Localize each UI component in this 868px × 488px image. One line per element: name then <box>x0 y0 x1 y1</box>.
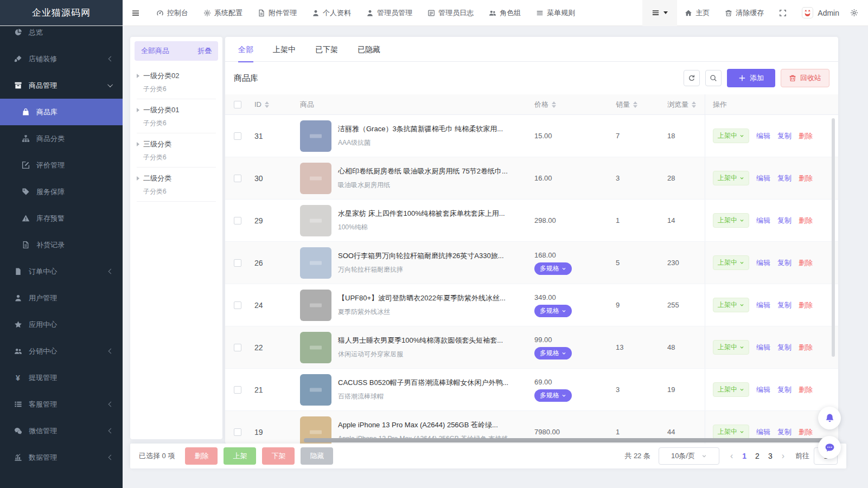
page-number-1[interactable]: 1 <box>738 452 751 460</box>
category-item[interactable]: 一级分类01 子分类6 <box>137 99 216 133</box>
collapse-button[interactable]: 折叠 <box>197 46 212 56</box>
row-checkbox[interactable] <box>234 344 241 351</box>
topnav-item-role-group[interactable]: 角色组 <box>481 0 528 26</box>
search-button[interactable] <box>705 70 722 86</box>
product-thumbnail[interactable] <box>300 247 331 279</box>
clear-cache-button[interactable]: 清除缓存 <box>717 0 771 26</box>
tab-hidden[interactable]: 已隐藏 <box>358 37 380 62</box>
edit-link[interactable]: 编辑 <box>756 258 770 268</box>
category-item[interactable]: 一级分类02 子分类6 <box>137 65 216 99</box>
sidebar-item-distribution-center[interactable]: 分销中心 <box>0 338 123 364</box>
row-checkbox[interactable] <box>234 301 241 309</box>
multi-spec-dropdown[interactable]: 多规格 <box>534 389 572 402</box>
edit-link[interactable]: 编辑 <box>756 385 770 395</box>
sidebar-item-order-center[interactable]: 订单中心 <box>0 258 123 285</box>
copy-link[interactable]: 复制 <box>777 258 792 268</box>
sidebar-item-shop-decoration[interactable]: 店铺装修 <box>0 46 123 72</box>
sidebar-item-stock-warning[interactable]: 库存预警 <box>0 205 123 232</box>
sidebar-item-wechat-management[interactable]: 微信管理 <box>0 418 123 444</box>
tab-all[interactable]: 全部 <box>238 37 253 62</box>
product-thumbnail[interactable] <box>300 374 331 406</box>
product-thumbnail[interactable] <box>300 120 331 152</box>
sidebar-item-user-management[interactable]: 用户管理 <box>0 285 123 311</box>
fullscreen-button[interactable] <box>771 0 794 26</box>
delete-link[interactable]: 删除 <box>799 216 813 226</box>
edit-link[interactable]: 编辑 <box>756 343 770 352</box>
product-thumbnail[interactable] <box>300 163 331 194</box>
delete-link[interactable]: 删除 <box>799 385 813 395</box>
copy-link[interactable]: 复制 <box>777 427 792 437</box>
page-number-2[interactable]: 2 <box>751 452 764 460</box>
refresh-button[interactable] <box>684 70 700 86</box>
sidebar-item-review-management[interactable]: 评价管理 <box>0 152 123 178</box>
copy-link[interactable]: 复制 <box>777 300 792 310</box>
sort-icon[interactable] <box>265 101 269 108</box>
recycle-bin-button[interactable]: 回收站 <box>781 69 829 87</box>
notifications-fab[interactable] <box>818 407 841 429</box>
copy-link[interactable]: 复制 <box>777 174 792 183</box>
topnav-item-attachments[interactable]: 附件管理 <box>250 0 304 26</box>
select-all-checkbox[interactable] <box>234 101 241 108</box>
sidebar-item-service-guarantee[interactable]: 服务保障 <box>0 178 123 205</box>
product-thumbnail[interactable] <box>300 205 331 236</box>
add-button[interactable]: 添加 <box>727 69 775 87</box>
batch-off-sale-button[interactable]: 下架 <box>262 447 295 465</box>
header-price[interactable]: 价格 <box>530 94 611 114</box>
sidebar-item-data-management[interactable]: 数据管理 <box>0 444 123 471</box>
multi-spec-dropdown[interactable]: 多规格 <box>534 347 572 359</box>
batch-hide-button[interactable]: 隐藏 <box>301 447 333 465</box>
status-dropdown[interactable]: 上架中 <box>713 425 749 439</box>
sidebar-toggle-icon[interactable] <box>123 9 149 17</box>
copy-link[interactable]: 复制 <box>777 343 792 352</box>
category-item[interactable]: 二级分类 子分类6 <box>137 168 216 202</box>
page-number-3[interactable]: 3 <box>764 452 777 460</box>
topnav-item-console[interactable]: 控制台 <box>149 0 196 26</box>
tab-on-sale[interactable]: 上架中 <box>273 37 296 62</box>
row-checkbox[interactable] <box>234 217 241 224</box>
row-checkbox[interactable] <box>234 175 241 182</box>
header-id[interactable]: ID <box>250 94 296 114</box>
header-sales[interactable]: 销量 <box>611 94 663 114</box>
status-dropdown[interactable]: 上架中 <box>713 340 749 355</box>
sidebar-item-restock-records[interactable]: 补货记录 <box>0 232 123 258</box>
topnav-item-system-config[interactable]: 系统配置 <box>196 0 250 26</box>
nav-more-dropdown[interactable] <box>642 0 677 26</box>
page-size-select[interactable]: 10条/页 <box>659 447 719 465</box>
product-thumbnail[interactable] <box>300 290 331 321</box>
sort-icon[interactable] <box>633 101 637 108</box>
multi-spec-dropdown[interactable]: 多规格 <box>534 305 572 317</box>
chat-fab[interactable] <box>818 436 841 459</box>
status-dropdown[interactable]: 上架中 <box>713 213 749 228</box>
sidebar-item-app-center[interactable]: 应用中心 <box>0 311 123 338</box>
sidebar-item-withdrawal-management[interactable]: ¥提现管理 <box>0 364 123 391</box>
tab-off-sale[interactable]: 已下架 <box>315 37 338 62</box>
copy-link[interactable]: 复制 <box>777 385 792 395</box>
delete-link[interactable]: 删除 <box>799 131 813 141</box>
vertical-scrollbar[interactable] <box>832 118 835 357</box>
status-dropdown[interactable]: 上架中 <box>713 298 749 312</box>
copy-link[interactable]: 复制 <box>777 216 792 226</box>
header-views[interactable]: 浏览量 <box>663 94 705 114</box>
copy-link[interactable]: 复制 <box>777 131 792 141</box>
status-dropdown[interactable]: 上架中 <box>713 255 749 270</box>
multi-spec-dropdown[interactable]: 多规格 <box>534 262 572 275</box>
topnav-item-admin-log[interactable]: 管理员日志 <box>420 0 481 26</box>
delete-link[interactable]: 删除 <box>799 258 813 268</box>
topnav-item-admin-manage[interactable]: 管理员管理 <box>359 0 420 26</box>
edit-link[interactable]: 编辑 <box>756 131 770 141</box>
status-dropdown[interactable]: 上架中 <box>713 382 749 397</box>
home-link[interactable]: 主页 <box>677 0 717 26</box>
row-checkbox[interactable] <box>234 428 241 436</box>
edit-link[interactable]: 编辑 <box>756 216 770 226</box>
batch-delete-button[interactable]: 删除 <box>185 447 218 465</box>
edit-link[interactable]: 编辑 <box>756 300 770 310</box>
sidebar-item-customer-service[interactable]: 客服管理 <box>0 391 123 418</box>
sidebar-item-product-management[interactable]: 商品管理 <box>0 72 123 99</box>
edit-link[interactable]: 编辑 <box>756 427 770 437</box>
next-page-button[interactable]: › <box>779 451 787 461</box>
row-checkbox[interactable] <box>234 386 241 394</box>
user-menu[interactable]: Admin <box>794 0 847 26</box>
settings-button[interactable] <box>847 9 868 17</box>
row-checkbox[interactable] <box>234 259 241 267</box>
topnav-item-profile[interactable]: 个人资料 <box>304 0 359 26</box>
